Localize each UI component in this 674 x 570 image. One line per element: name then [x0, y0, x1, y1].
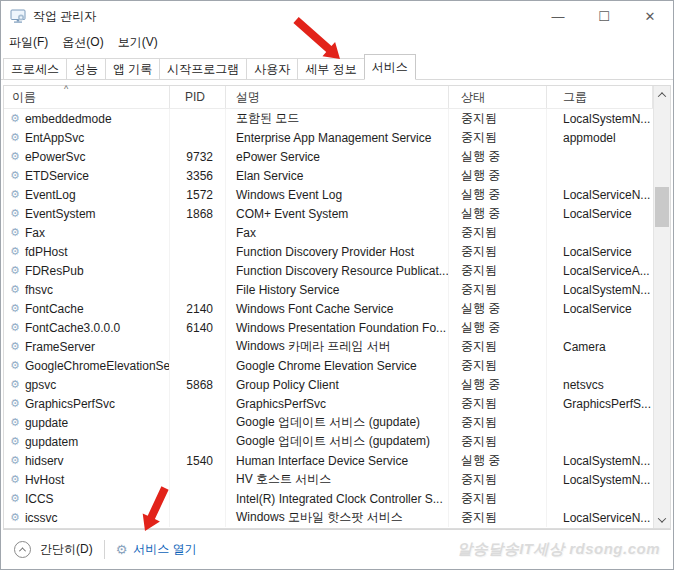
menu-view[interactable]: 보기(V) [118, 34, 158, 51]
service-gear-icon: ⚙ [10, 208, 20, 219]
fewer-details-label: 간단히(D) [40, 541, 93, 558]
service-gear-icon: ⚙ [10, 474, 20, 485]
table-row[interactable]: ⚙ EventSystem 1868 COM+ Event System 실행 … [4, 204, 653, 223]
window-title: 작업 관리자 [33, 8, 96, 25]
tab-app-history[interactable]: 앱 기록 [106, 58, 160, 80]
menu-file[interactable]: 파일(F) [9, 34, 48, 51]
scrollbar-thumb[interactable] [655, 187, 669, 227]
service-gear-icon: ⚙ [10, 227, 20, 238]
service-gear-icon: ⚙ [10, 265, 20, 276]
column-header-pid[interactable]: PID [170, 86, 226, 108]
table-row[interactable]: ⚙ GoogleChromeElevationSe... Google Chro… [4, 356, 653, 375]
footer-bar: 간단히(D) ⚙ 서비스 열기 알송달송IT세상 rdsong.com [3, 529, 671, 568]
tab-strip: 프로세스성능앱 기록시작프로그램사용자세부 정보서비스 [1, 53, 673, 80]
title-bar: 작업 관리자 — ☐ ✕ [1, 1, 673, 31]
table-row[interactable]: ⚙ embeddedmode 포함된 모드 중지됨 LocalSystemN..… [4, 109, 653, 128]
service-gear-icon: ⚙ [10, 512, 20, 523]
service-gear-icon: ⚙ [10, 246, 20, 257]
column-header-name[interactable]: 이름 [4, 86, 170, 108]
open-services-link[interactable]: ⚙ 서비스 열기 [116, 541, 197, 558]
table-row[interactable]: ⚙ fdPHost Function Discovery Provider Ho… [4, 242, 653, 261]
table-row[interactable]: ⚙ FrameServer Windows 카메라 프레임 서버 중지됨 Cam… [4, 337, 653, 356]
table-row[interactable]: ⚙ gupdatem Google 업데이트 서비스 (gupdatem) 중지… [4, 432, 653, 451]
service-gear-icon: ⚙ [10, 284, 20, 295]
table-row[interactable]: ⚙ GraphicsPerfSvc GraphicsPerfSvc 중지됨 Gr… [4, 394, 653, 413]
tab-details[interactable]: 세부 정보 [298, 58, 364, 80]
menu-options[interactable]: 옵션(O) [62, 34, 103, 51]
service-gear-icon: ⚙ [10, 132, 20, 143]
service-gear-icon: ⚙ [10, 322, 20, 333]
tab-users[interactable]: 사용자 [247, 58, 298, 80]
table-row[interactable]: ⚙ hidserv 1540 Human Interface Device Se… [4, 451, 653, 470]
table-row[interactable]: ⚙ gupdate Google 업데이트 서비스 (gupdate) 중지됨 [4, 413, 653, 432]
minimize-icon[interactable]: — [535, 1, 581, 31]
service-gear-icon: ⚙ [10, 379, 20, 390]
service-gear-icon: ⚙ [10, 493, 20, 504]
table-row[interactable]: ⚙ EntAppSvc Enterprise App Management Se… [4, 128, 653, 147]
table-row[interactable]: ⚙ EventLog 1572 Windows Event Log 실행 중 L… [4, 185, 653, 204]
task-manager-window: 작업 관리자 — ☐ ✕ 파일(F) 옵션(O) 보기(V) 프로세스성능앱 기… [0, 0, 674, 570]
vertical-scrollbar[interactable] [653, 86, 670, 528]
footer-divider [104, 540, 105, 559]
table-row[interactable]: ⚙ FDResPub Function Discovery Resource P… [4, 261, 653, 280]
table-row[interactable]: ⚙ icssvc Windows 모바일 핫스팟 서비스 중지됨 LocalSe… [4, 508, 653, 527]
service-gear-icon: ⚙ [10, 170, 20, 181]
menu-bar: 파일(F) 옵션(O) 보기(V) [1, 31, 673, 53]
chevron-up-circle-icon [14, 541, 31, 558]
column-header-group[interactable]: 그룹 [547, 86, 653, 108]
service-gear-icon: ⚙ [10, 341, 20, 352]
table-row[interactable]: ⚙ FontCache 2140 Windows Font Cache Serv… [4, 299, 653, 318]
table-row[interactable]: ⚙ gpsvc 5868 Group Policy Client 실행 중 ne… [4, 375, 653, 394]
service-gear-icon: ⚙ [10, 360, 20, 371]
table-row[interactable]: ⚙ ETDService 3356 Elan Service 실행 중 [4, 166, 653, 185]
gear-icon: ⚙ [116, 543, 128, 556]
fewer-details-button[interactable]: 간단히(D) [14, 541, 93, 558]
task-manager-app-icon [10, 8, 26, 24]
close-icon[interactable]: ✕ [627, 1, 673, 31]
tab-services[interactable]: 서비스 [364, 54, 416, 80]
table-row[interactable]: ⚙ HvHost HV 호스트 서비스 중지됨 LocalSystemN... [4, 470, 653, 489]
services-table: 이름 PID 설명 상태 그룹 ^ ⚙ embeddedmode 포함된 모드 … [3, 85, 671, 529]
scroll-down-icon[interactable] [654, 511, 670, 528]
table-row[interactable]: ⚙ Fax Fax 중지됨 [4, 223, 653, 242]
service-gear-icon: ⚙ [10, 436, 20, 447]
table-row[interactable]: ⚙ ePowerSvc 9732 ePower Service 실행 중 [4, 147, 653, 166]
column-header-status[interactable]: 상태 [449, 86, 547, 108]
tab-startup[interactable]: 시작프로그램 [160, 58, 247, 80]
sort-ascending-icon: ^ [64, 84, 68, 94]
open-services-label: 서비스 열기 [133, 541, 196, 558]
table-body: ⚙ embeddedmode 포함된 모드 중지됨 LocalSystemN..… [4, 109, 653, 528]
service-gear-icon: ⚙ [10, 303, 20, 314]
service-gear-icon: ⚙ [10, 189, 20, 200]
service-gear-icon: ⚙ [10, 398, 20, 409]
column-header-description[interactable]: 설명 [226, 86, 449, 108]
service-gear-icon: ⚙ [10, 417, 20, 428]
table-header: 이름 PID 설명 상태 그룹 ^ [4, 86, 653, 109]
tab-performance[interactable]: 성능 [67, 58, 106, 80]
tab-processes[interactable]: 프로세스 [3, 58, 67, 80]
table-row[interactable]: ⚙ fhsvc File History Service 중지됨 LocalSy… [4, 280, 653, 299]
watermark: 알송달송IT세상 rdsong.com [457, 540, 660, 559]
window-controls: — ☐ ✕ [535, 1, 673, 31]
service-gear-icon: ⚙ [10, 151, 20, 162]
service-gear-icon: ⚙ [10, 113, 20, 124]
table-row[interactable]: ⚙ FontCache3.0.0.0 6140 Windows Presenta… [4, 318, 653, 337]
scroll-up-icon[interactable] [654, 86, 670, 103]
table-row[interactable]: ⚙ ICCS Intel(R) Integrated Clock Control… [4, 489, 653, 508]
service-gear-icon: ⚙ [10, 455, 20, 466]
maximize-icon[interactable]: ☐ [581, 1, 627, 31]
